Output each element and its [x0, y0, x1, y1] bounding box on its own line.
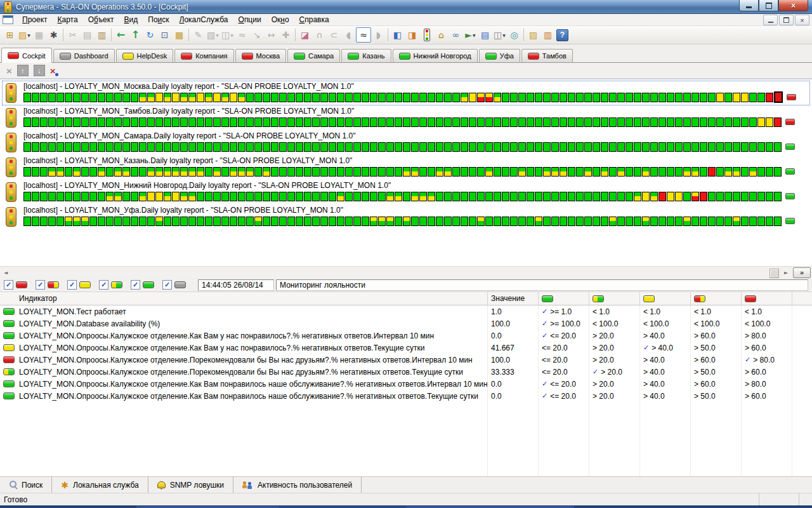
history-cell[interactable]: [601, 167, 608, 177]
history-cell[interactable]: [180, 93, 188, 102]
history-cell[interactable]: [312, 217, 320, 226]
history-cell[interactable]: [502, 142, 509, 152]
save-button[interactable]: ▦: [32, 28, 46, 43]
scroll-left-button[interactable]: ◄: [1, 270, 10, 276]
history-cell[interactable]: [683, 142, 691, 152]
history-cell[interactable]: [642, 217, 650, 226]
history-cell[interactable]: [337, 142, 344, 152]
history-cell[interactable]: [617, 217, 625, 226]
history-cell[interactable]: [675, 167, 683, 177]
sound-button[interactable]: ◗: [371, 28, 386, 43]
panel-left-button[interactable]: ◧: [390, 28, 405, 43]
history-cell[interactable]: [279, 93, 287, 102]
monitor-row[interactable]: [localhost] - LOYALTY_MON_Уфа.Daily loya…: [2, 204, 810, 229]
history-cell[interactable]: [576, 217, 584, 226]
history-cell[interactable]: [485, 217, 493, 226]
history-cell[interactable]: [551, 117, 559, 127]
history-cell[interactable]: [271, 167, 278, 177]
history-cell[interactable]: [73, 192, 81, 201]
edit-button[interactable]: ✎: [191, 28, 206, 43]
history-cell[interactable]: [428, 117, 435, 127]
remove-button[interactable]: ×: [6, 66, 12, 76]
mdi-close-button[interactable]: ×: [795, 15, 809, 25]
table-row[interactable]: LOYALTY_MON.Опроосы.Калужское отделение.…: [0, 330, 812, 342]
wizard-button[interactable]: ✱: [46, 28, 61, 43]
history-cell[interactable]: [510, 192, 518, 201]
history-cell[interactable]: [708, 93, 716, 102]
history-cell[interactable]: [139, 192, 147, 201]
history-cell[interactable]: [675, 117, 683, 127]
history-cell[interactable]: [271, 217, 278, 226]
history-cell[interactable]: [584, 167, 592, 177]
history-cell[interactable]: [40, 167, 48, 177]
history-cell[interactable]: [164, 93, 171, 102]
history-cell[interactable]: [386, 192, 394, 201]
history-cell[interactable]: [535, 142, 542, 152]
history-cell[interactable]: [378, 192, 386, 201]
history-cell[interactable]: [543, 142, 551, 152]
history-cell[interactable]: [221, 117, 229, 127]
history-cell[interactable]: [708, 117, 716, 127]
history-cell[interactable]: [139, 217, 147, 226]
history-cell[interactable]: [675, 142, 683, 152]
history-cell[interactable]: [419, 167, 427, 177]
column-header-value[interactable]: Значение: [487, 292, 538, 305]
history-cell[interactable]: [221, 93, 229, 102]
history-cell[interactable]: [395, 142, 402, 152]
history-cell[interactable]: [246, 192, 254, 201]
history-cell[interactable]: [370, 167, 377, 177]
tab-Самара[interactable]: Самара: [287, 49, 340, 62]
history-cell[interactable]: [593, 167, 600, 177]
home-button[interactable]: ⌂: [434, 28, 449, 43]
history-cell[interactable]: [733, 142, 740, 152]
history-cell[interactable]: [106, 93, 114, 102]
history-cell[interactable]: [419, 93, 427, 102]
history-cell[interactable]: [642, 93, 650, 102]
history-cell[interactable]: [461, 142, 468, 152]
filter-checkbox-green[interactable]: ✓: [131, 280, 140, 290]
history-cell[interactable]: [741, 142, 749, 152]
history-cell[interactable]: [568, 192, 575, 201]
history-cell[interactable]: [296, 142, 303, 152]
history-cell[interactable]: [155, 93, 163, 102]
history-cell[interactable]: [560, 142, 567, 152]
history-cell[interactable]: [205, 93, 213, 102]
history-cell[interactable]: [98, 167, 105, 177]
history-cell[interactable]: [370, 117, 377, 127]
menu-item-Поиск[interactable]: Поиск: [143, 15, 174, 25]
history-cell[interactable]: [131, 142, 138, 152]
history-cell[interactable]: [683, 167, 691, 177]
history-cell[interactable]: [131, 192, 138, 201]
history-cell[interactable]: [172, 93, 180, 102]
history-cell[interactable]: [337, 192, 344, 201]
table-row[interactable]: LOYALTY_MON.Опроосы.Калужское отделение.…: [0, 366, 812, 378]
mdi-minimize-button[interactable]: [763, 15, 778, 25]
history-cell[interactable]: [205, 217, 213, 226]
new-project-button[interactable]: ⊞: [3, 28, 17, 43]
history-cell[interactable]: [716, 167, 724, 177]
table-row[interactable]: LOYALTY_MON.Database availability (%)100…: [0, 318, 812, 330]
history-cell[interactable]: [708, 217, 716, 226]
history-cell[interactable]: [197, 217, 204, 226]
history-cell[interactable]: [230, 167, 237, 177]
history-cell[interactable]: [48, 192, 56, 201]
history-cell[interactable]: [296, 217, 303, 226]
history-cell[interactable]: [345, 217, 353, 226]
history-cell[interactable]: [757, 167, 765, 177]
history-cell[interactable]: [527, 192, 534, 201]
history-cell[interactable]: [197, 192, 204, 201]
history-cell[interactable]: [32, 217, 39, 226]
history-cell[interactable]: [477, 217, 485, 226]
history-cell[interactable]: [485, 192, 493, 201]
history-cell[interactable]: [378, 167, 386, 177]
history-cell[interactable]: [411, 142, 419, 152]
history-cell[interactable]: [452, 217, 460, 226]
history-cell[interactable]: [617, 142, 625, 152]
history-cell[interactable]: [469, 167, 476, 177]
history-cell[interactable]: [700, 217, 707, 226]
history-cell[interactable]: [469, 117, 476, 127]
history-cell[interactable]: [98, 142, 105, 152]
history-cell[interactable]: [625, 167, 633, 177]
history-cell[interactable]: [452, 117, 460, 127]
history-cell[interactable]: [296, 117, 303, 127]
